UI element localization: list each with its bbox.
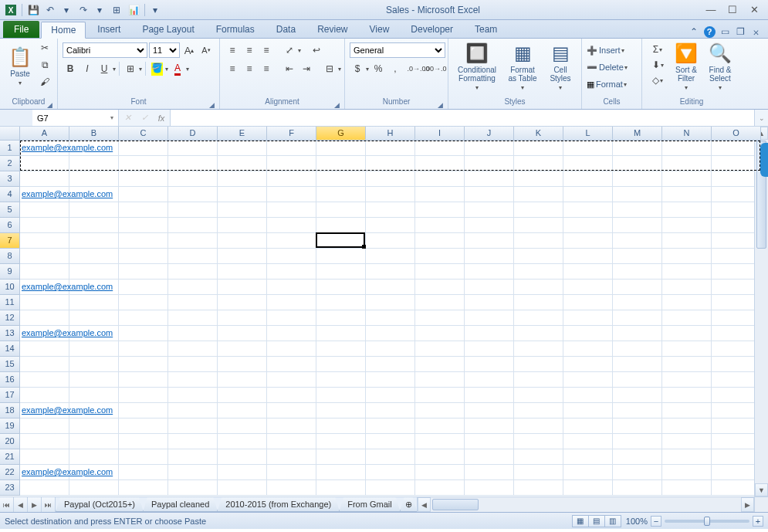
cell-N8[interactable]: [662, 249, 712, 264]
cell-J16[interactable]: [465, 372, 514, 388]
cell-B23[interactable]: [69, 480, 119, 496]
normal-view-icon[interactable]: ▦: [572, 515, 589, 527]
cell-H21[interactable]: [366, 449, 415, 465]
format-as-table-button[interactable]: ▦Format as Table▾: [502, 40, 543, 93]
cell-E13[interactable]: [218, 326, 267, 341]
cell-F5[interactable]: [267, 202, 316, 218]
cell-A12[interactable]: [20, 310, 69, 326]
cell-N22[interactable]: [662, 465, 712, 480]
cell-K15[interactable]: [514, 357, 563, 372]
wrap-text-icon[interactable]: ↩: [309, 42, 324, 58]
column-header-B[interactable]: B: [69, 127, 119, 141]
cell-G23[interactable]: [316, 480, 366, 496]
cell-N9[interactable]: [662, 264, 712, 280]
cell-D4[interactable]: [168, 187, 218, 202]
cell-K8[interactable]: [514, 249, 563, 264]
cell-L7[interactable]: [563, 233, 613, 249]
cell-A17[interactable]: [20, 388, 69, 403]
row-header-8[interactable]: 8: [0, 249, 20, 264]
cell-L1[interactable]: [563, 141, 613, 156]
cell-C22[interactable]: [119, 465, 168, 480]
namebox-dropdown-icon[interactable]: ▾: [110, 114, 113, 121]
zoom-out-icon[interactable]: −: [651, 516, 661, 527]
column-header-A[interactable]: A: [20, 127, 69, 141]
cell-E3[interactable]: [218, 171, 267, 187]
redo-dropdown[interactable]: ▾: [92, 2, 107, 18]
cell-C23[interactable]: [119, 480, 168, 496]
cell-L14[interactable]: [563, 341, 613, 357]
cell-I4[interactable]: [415, 187, 465, 202]
number-format-combo[interactable]: General: [350, 42, 445, 58]
cell-F3[interactable]: [267, 171, 316, 187]
cell-L19[interactable]: [563, 418, 613, 434]
cell-M14[interactable]: [613, 341, 662, 357]
format-cells-button[interactable]: ▦Format▾: [587, 76, 627, 93]
cell-B9[interactable]: [69, 264, 119, 280]
cell-G10[interactable]: [316, 280, 366, 295]
underline-button[interactable]: U: [96, 61, 112, 76]
row-header-19[interactable]: 19: [0, 418, 20, 434]
column-header-D[interactable]: D: [168, 127, 218, 141]
cell-D2[interactable]: [168, 156, 218, 171]
cell-E2[interactable]: [218, 156, 267, 171]
cell-D19[interactable]: [168, 418, 218, 434]
ribbon-minimize-icon[interactable]: ⌃: [688, 25, 700, 38]
cell-L20[interactable]: [563, 434, 613, 449]
cut-icon[interactable]: ✂: [37, 40, 52, 56]
column-header-F[interactable]: F: [267, 127, 316, 141]
cell-J4[interactable]: [465, 187, 514, 202]
border-icon[interactable]: ⊞: [123, 61, 138, 76]
font-color-dropdown[interactable]: ▾: [186, 66, 189, 73]
cell-C7[interactable]: [119, 233, 168, 249]
cell-I12[interactable]: [415, 310, 465, 326]
tab-insert[interactable]: Insert: [87, 21, 130, 38]
save-icon[interactable]: 💾: [25, 2, 41, 18]
cell-J18[interactable]: [465, 403, 514, 418]
cell-H2[interactable]: [366, 156, 415, 171]
clipboard-dialog-launcher[interactable]: ◢: [47, 101, 52, 109]
undo-icon[interactable]: ↶: [42, 2, 58, 18]
cell-E4[interactable]: [218, 187, 267, 202]
cell-C9[interactable]: [119, 264, 168, 280]
cell-K10[interactable]: [514, 280, 563, 295]
cells-area[interactable]: example@example.comexample@example.comex…: [20, 141, 754, 496]
cell-G4[interactable]: [316, 187, 366, 202]
cell-K18[interactable]: [514, 403, 563, 418]
column-header-M[interactable]: M: [613, 127, 662, 141]
cell-N2[interactable]: [662, 156, 712, 171]
cell-K4[interactable]: [514, 187, 563, 202]
cell-K2[interactable]: [514, 156, 563, 171]
cell-H5[interactable]: [366, 202, 415, 218]
cell-J20[interactable]: [465, 434, 514, 449]
cell-K7[interactable]: [514, 233, 563, 249]
row-header-22[interactable]: 22: [0, 465, 20, 480]
cell-G11[interactable]: [316, 295, 366, 310]
row-header-5[interactable]: 5: [0, 202, 20, 218]
cell-L10[interactable]: [563, 280, 613, 295]
cell-G13[interactable]: [316, 326, 366, 341]
cell-M20[interactable]: [613, 434, 662, 449]
cell-N3[interactable]: [662, 171, 712, 187]
sheet-prev-icon[interactable]: ◀: [14, 497, 28, 512]
font-size-combo[interactable]: 11: [149, 42, 180, 58]
cell-A5[interactable]: [20, 202, 69, 218]
cell-F16[interactable]: [267, 372, 316, 388]
cell-M15[interactable]: [613, 357, 662, 372]
column-header-L[interactable]: L: [563, 127, 613, 141]
cell-J17[interactable]: [465, 388, 514, 403]
new-sheet-icon[interactable]: ⊕: [400, 497, 418, 512]
cell-M4[interactable]: [613, 187, 662, 202]
paste-button[interactable]: 📋 Paste ▾: [5, 40, 36, 93]
cell-M7[interactable]: [613, 233, 662, 249]
cell-A21[interactable]: [20, 449, 69, 465]
cell-G1[interactable]: [316, 141, 366, 156]
cell-H20[interactable]: [366, 434, 415, 449]
cell-H1[interactable]: [366, 141, 415, 156]
cell-I17[interactable]: [415, 388, 465, 403]
horizontal-scrollbar[interactable]: ◀ ▶: [417, 497, 754, 512]
row-header-6[interactable]: 6: [0, 218, 20, 233]
window-restore-icon[interactable]: ❐: [734, 25, 746, 38]
cell-L21[interactable]: [563, 449, 613, 465]
cell-B6[interactable]: [69, 218, 119, 233]
cell-L15[interactable]: [563, 357, 613, 372]
